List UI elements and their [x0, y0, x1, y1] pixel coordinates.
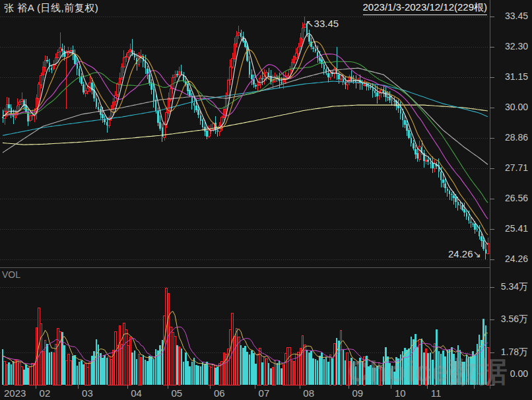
- month-label: 09: [352, 387, 363, 399]
- low-price-annotation: 24.26↘: [448, 248, 481, 260]
- price-axis-label: 25.41: [490, 223, 528, 234]
- date-range-link[interactable]: 2023/1/3-2023/12/12(229根): [363, 1, 487, 15]
- price-axis-label: 27.71: [490, 162, 528, 173]
- price-axis-label: 33.45: [490, 11, 528, 21]
- month-label: 07: [259, 387, 270, 399]
- arrow-down-right-icon: ↘: [473, 248, 482, 259]
- month-label: 03: [82, 387, 93, 399]
- price-axis-label: 26.56: [490, 193, 528, 203]
- price-axis-label: 30.00: [490, 102, 528, 112]
- ma250-line: [3, 105, 488, 145]
- month-label: 02: [40, 387, 51, 399]
- ma20-line: [3, 54, 488, 219]
- month-label: 06: [214, 387, 225, 399]
- low-price-value: 24.26: [448, 248, 473, 259]
- candlesticks: [2, 17, 489, 259]
- volume-axis-label: 0.00: [490, 368, 528, 379]
- month-label: 05: [171, 387, 182, 399]
- price-axis-label: 24.26: [490, 253, 528, 264]
- month-label: 04: [131, 387, 142, 399]
- ma30-line: [3, 61, 488, 203]
- high-price-value: 33.45: [314, 18, 339, 29]
- volume-axis-label: 5.34万: [490, 281, 528, 293]
- price-axis-label: 28.86: [490, 132, 528, 143]
- volume-pane-label: VOL: [2, 269, 20, 280]
- month-label: 10: [395, 387, 406, 399]
- chart-title: 张 裕A (日线,前复权): [4, 2, 98, 15]
- ma5-line: [3, 34, 488, 245]
- arrow-up-left-icon: ↖: [306, 18, 314, 29]
- month-label: 11: [431, 387, 442, 399]
- volume-axis-label: 1.78万: [490, 347, 528, 358]
- price-axis-label: 32.30: [490, 41, 528, 51]
- chart-canvas[interactable]: [0, 0, 532, 400]
- price-axis-label: 31.15: [490, 71, 528, 82]
- month-label: 08: [303, 387, 314, 399]
- volume-axis-label: 3.56万: [490, 314, 528, 325]
- month-label: 2023: [4, 387, 26, 399]
- high-price-annotation: ↖33.45: [306, 18, 339, 30]
- stock-chart-app: 张 裕A (日线,前复权) 2023/1/3-2023/12/12(229根) …: [0, 0, 532, 400]
- volume-bars: [2, 288, 489, 385]
